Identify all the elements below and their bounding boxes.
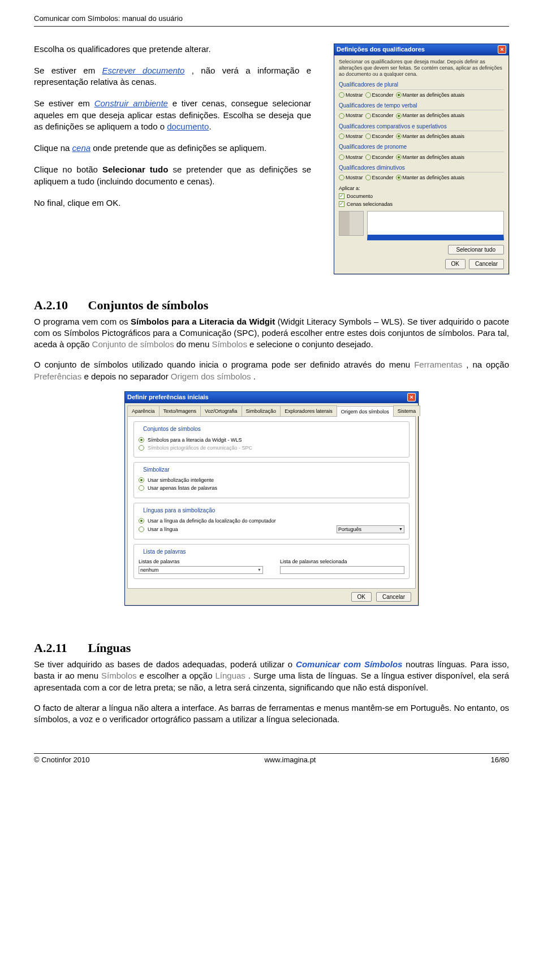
fs-conjuntos: Conjuntos de símbolos Símbolos para a li… [133,421,410,457]
t: O conjunto de símbolos utilizado quando … [34,360,414,369]
secB-p1: Se tiver adquirido as bases de dados ade… [34,659,509,693]
p3-c: . [209,122,211,131]
lbl: Usar simbolização inteligente [148,477,214,483]
radio-esconder[interactable] [365,92,371,98]
t: , na opção [466,360,509,369]
t: Símbolos para a Literacia da Widgit [131,317,275,326]
t: . [253,372,256,381]
dialog2-titlebar: Definir preferências iniciais × [125,392,418,403]
ok-button[interactable]: OK [445,259,466,269]
cancel-button[interactable]: Cancelar [469,259,504,269]
fs-linguas: Línguas para a simbolização Usar a língu… [133,503,410,540]
radio-esconder[interactable] [365,154,371,160]
radio-listas[interactable] [139,485,144,491]
dialog-titlebar: Definições dos qualificadores × [334,44,508,55]
tab-voz[interactable]: Voz/Ortografia [200,405,242,416]
dialog-qualificadores-wrapper: Definições dos qualificadores × Selecion… [334,44,509,274]
lbl: Símbolos para a literacia da Widgit - WL… [148,437,242,443]
tab-origem[interactable]: Origem dos símbolos [337,406,394,417]
radio-mostrar[interactable] [339,133,344,139]
radio-manter[interactable] [396,175,402,180]
sec-dim: Qualificadores diminutivos [339,164,504,173]
radio-mostrar[interactable] [339,175,344,180]
radio-esconder[interactable] [365,113,371,119]
p3-a: Se estiver em [34,98,94,108]
wordlist-selected[interactable] [280,566,404,574]
close-icon[interactable]: × [498,45,506,54]
radio-wls[interactable] [139,437,144,443]
preview-thumb[interactable] [339,211,364,236]
val: nenhum [140,567,159,573]
lbl-mostrar: Mostrar [346,174,363,181]
tab-simbolizacao[interactable]: Simbolização [242,405,281,416]
t: Se tiver adquirido as bases de dados ade… [34,659,296,669]
radio-manter[interactable] [396,154,402,160]
preview-area [367,211,504,240]
preview-row [339,211,504,240]
heading-num: A.2.11 [34,640,85,657]
radio-manter[interactable] [396,133,402,139]
wordlist-select[interactable]: nenhum▼ [139,566,263,574]
radio-intel[interactable] [139,477,144,483]
radio-spc[interactable] [139,445,144,451]
sec-plural: Qualificadores de plural [339,81,504,90]
radio-lang-auto[interactable] [139,518,144,524]
radio-mostrar[interactable] [339,113,344,119]
checkbox-documento[interactable] [339,193,344,199]
tabpane: Conjuntos de símbolos Símbolos para a li… [127,417,416,589]
radio-mostrar[interactable] [339,154,344,160]
legend: Línguas para a simbolização [141,507,217,515]
menu-ref: Símbolos [212,339,247,349]
ok-button[interactable]: OK [351,592,372,602]
lbl-mostrar: Mostrar [346,133,363,140]
tab-sistema[interactable]: Sistema [393,405,421,416]
lbl-cenas: Cenas selecionadas [347,201,393,208]
top-rule [34,26,509,27]
t: e depois no separador [84,372,170,381]
footer-rule [34,753,509,754]
p6: No final, clique em OK. [34,197,311,209]
t: e selecione o conjunto desejado. [249,339,373,349]
p5: Clique no botão Selecionar tudo se prete… [34,164,311,187]
heading-title: Línguas [88,641,131,655]
p2: Se estiver em Escrever documento , não v… [34,65,311,88]
radio-esconder[interactable] [365,133,371,139]
link-cena: cena [72,143,91,153]
lbl-mostrar: Mostrar [346,112,363,119]
fs-lista: Lista de palavras Listas de palavras nen… [133,544,410,579]
radio-manter[interactable] [396,113,402,119]
t: do menu [176,339,212,349]
secA-p2: O conjunto de símbolos utilizado quando … [34,359,509,382]
lang-select[interactable]: Português▼ [337,525,404,533]
tab-exploradores[interactable]: Exploradores laterais [280,405,337,416]
cancel-button[interactable]: Cancelar [376,592,411,602]
doc-header: Comunicar com Símbolos: manual do usuári… [34,14,509,24]
row-pron: Mostrar Esconder Manter as definições at… [339,154,504,161]
p2-a: Se estiver em [34,66,102,75]
radio-mostrar[interactable] [339,92,344,98]
p5-b: Selecionar tudo [102,165,168,174]
lbl: Listas de palavras [139,558,263,565]
radio-esconder[interactable] [365,175,371,180]
lbl: Lista de palavras selecionada [280,558,404,565]
tabs: Aparência Texto/Imagens Voz/Ortografia S… [127,405,416,417]
row-dim: Mostrar Esconder Manter as definições at… [339,174,504,181]
chevron-down-icon: ▼ [257,567,261,572]
btn-row-okcancel: OK Cancelar [339,259,504,269]
select-all-button[interactable]: Selecionar tudo [448,245,505,255]
heading-title: Conjuntos de símbolos [88,298,209,312]
tab-texto[interactable]: Texto/Imagens [159,405,201,416]
radio-manter[interactable] [396,92,402,98]
dialog-qualificadores: Definições dos qualificadores × Selecion… [334,44,509,274]
lbl-esconder: Esconder [372,133,394,140]
close-icon[interactable]: × [407,393,416,402]
p4: Clique na cena onde pretende que as defi… [34,143,311,154]
chevron-down-icon: ▼ [399,526,403,532]
tab-aparencia[interactable]: Aparência [127,405,160,416]
row-tempo: Mostrar Esconder Manter as definições at… [339,112,504,119]
legend: Lista de palavras [141,548,188,556]
checkbox-cenas[interactable] [339,201,344,207]
radio-lang-pick[interactable] [139,526,144,532]
lbl-manter: Manter as definições atuais [403,112,465,119]
btn-row-selall: Selecionar tudo [339,245,504,255]
